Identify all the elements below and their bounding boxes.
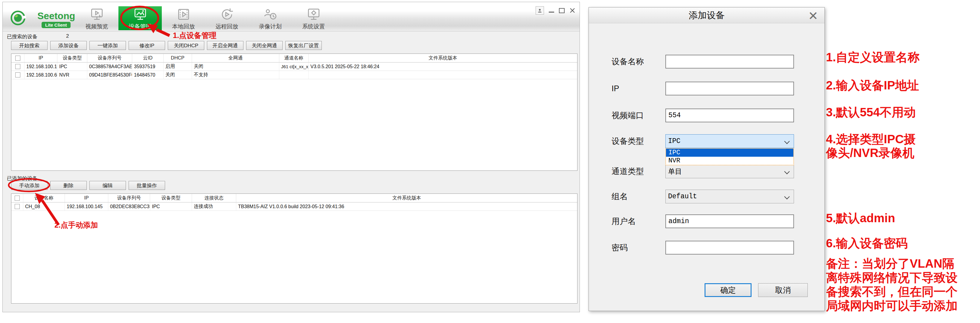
table-row[interactable]: 192.168.100.66 NVR 09D41BFE854530F0 1648… [11, 71, 577, 79]
brand-name: Seetong [37, 11, 75, 22]
add-device-button[interactable]: 添加设备 [50, 41, 87, 50]
minimize-icon[interactable] [549, 12, 554, 13]
col-serial: 设备序列号 [88, 54, 132, 62]
device-type-value: IPC [668, 137, 680, 145]
note-step6: 6.输入设备密码 [826, 236, 980, 250]
group-label: 组名 [612, 189, 628, 204]
annotation-step1: 1.点设备管理 [173, 30, 216, 40]
nav-label: 系统设置 [302, 24, 325, 30]
video-port-label: 视频端口 [612, 108, 644, 123]
table-row[interactable]: 192.168.100.19 IPC 0C388578A4CF3AEE 3593… [11, 62, 577, 71]
delete-button[interactable]: 删除 [50, 181, 87, 190]
col-device-type: 设备类型 [57, 54, 88, 62]
channel-type-value: 单目 [668, 167, 682, 176]
local-playback-icon [176, 7, 191, 22]
note-step4: 4.选择类型IPC摄 像头/NVR录像机 [826, 132, 980, 160]
username-input[interactable] [665, 215, 794, 228]
close-dhcp-button[interactable]: 关闭DHCP [168, 41, 204, 50]
main-window: Seetong Lite Client 视频预览 设备管理 [2, 2, 580, 312]
one-key-add-button[interactable]: 一键添加 [89, 41, 126, 50]
start-search-button[interactable]: 开始搜索 [11, 41, 48, 50]
col-ip: IP [65, 194, 108, 202]
batch-operation-button[interactable]: 批量操作 [129, 181, 165, 190]
nav-device-manage[interactable]: 设备管理 [118, 6, 162, 30]
col-device-type: 设备类型 [150, 194, 192, 202]
searched-devices-count: 2 [66, 33, 69, 39]
col-cloud-id: 云ID [132, 54, 164, 62]
username-label: 用户名 [612, 215, 636, 228]
table-row[interactable]: CH_08 192.168.100.145 0B2DEC83E8CC3590 I… [11, 202, 577, 211]
row-checkbox[interactable] [11, 62, 24, 71]
device-type-combo[interactable]: IPC [665, 134, 794, 148]
col-ip: IP [24, 54, 57, 62]
searched-devices-label: 已搜索的设备 [7, 33, 37, 40]
modify-ip-button[interactable]: 修改IP [129, 41, 165, 50]
maximize-icon[interactable] [559, 8, 565, 13]
device-type-dropdown-list: IPC NVR [665, 148, 794, 165]
search-toolbar: 开始搜索 添加设备 一键添加 修改IP 关闭DHCP 开启全网通 关闭全网通 恢… [11, 41, 322, 50]
factory-reset-button[interactable]: 恢复出厂设置 [285, 41, 322, 50]
add-device-dialog: 添加设备 ✕ 设备名称 IP 视频端口 设备类型 IPC IPC NVR 通道类… [589, 7, 825, 311]
ip-label: IP [612, 82, 619, 95]
window-controls [536, 6, 575, 15]
cancel-button[interactable]: 取消 [758, 283, 808, 297]
row-checkbox[interactable] [11, 71, 24, 79]
col-dhcp: DHCP [164, 54, 192, 62]
disable-p2p-button[interactable]: 关闭全网通 [246, 41, 283, 50]
channel-type-label: 通道类型 [612, 164, 644, 178]
device-name-input[interactable] [665, 55, 794, 68]
ip-input[interactable] [665, 82, 794, 95]
close-icon[interactable] [570, 8, 575, 13]
note-step5: 5.默认admin [826, 211, 980, 225]
device-type-label: 设备类型 [612, 134, 644, 148]
ok-button[interactable]: 确定 [705, 283, 751, 297]
chevron-down-icon [784, 169, 789, 174]
manual-add-button[interactable]: 手动添加 [11, 181, 48, 190]
nav-video-preview[interactable]: 视频预览 [75, 6, 118, 30]
nav-remote-playback[interactable]: 远程回放 [205, 6, 248, 30]
enable-p2p-button[interactable]: 开启全网通 [207, 41, 243, 50]
video-preview-icon [89, 7, 104, 22]
searched-devices-table: IP 设备类型 设备序列号 云ID DHCP 全网通 通道名称 文件系统版本 1… [11, 54, 578, 171]
col-fs-version: 文件系统版本 [236, 194, 577, 202]
table-header-row: IP 设备类型 设备序列号 云ID DHCP 全网通 通道名称 文件系统版本 [11, 54, 577, 62]
dropdown-option-ipc[interactable]: IPC [666, 149, 793, 157]
nav-label: 视频预览 [86, 24, 108, 30]
video-port-input[interactable] [665, 108, 794, 123]
col-p2p: 全网通 [192, 54, 279, 62]
chevron-down-icon [784, 138, 789, 144]
password-input[interactable] [665, 241, 794, 255]
col-fs-version: 文件系统版本 [309, 54, 577, 62]
select-all-checkbox[interactable] [11, 194, 23, 202]
nav-label: 设备管理 [129, 24, 152, 30]
row-checkbox[interactable] [11, 202, 23, 210]
nav-local-playback[interactable]: 本地回放 [162, 6, 205, 30]
channel-type-combo[interactable]: 单目 [665, 164, 794, 178]
col-conn-status: 连接状态 [192, 194, 236, 202]
dialog-close-icon[interactable]: ✕ [807, 9, 820, 22]
titlebar: Seetong Lite Client 视频预览 设备管理 [3, 2, 579, 32]
col-device-name: 设备名称 [23, 194, 65, 202]
note-step3: 3.默认554不用动 [826, 105, 980, 119]
nav-label: 本地回放 [172, 24, 195, 30]
select-all-checkbox[interactable] [11, 54, 24, 62]
added-toolbar: 手动添加 删除 编辑 批量操作 [11, 181, 165, 190]
nav-system-settings[interactable]: 系统设置 [292, 6, 335, 30]
seetong-logo-icon [10, 10, 26, 26]
nav-record-plan[interactable]: 录像计划 [248, 6, 292, 30]
edit-button[interactable]: 编辑 [89, 181, 126, 190]
col-channel-name: 通道名称 [279, 54, 309, 62]
annotation-step2: 2.点手动添加 [54, 220, 98, 230]
dropdown-option-nvr[interactable]: NVR [666, 157, 793, 165]
group-combo[interactable]: Default [665, 189, 794, 204]
nav-label: 远程回放 [216, 24, 239, 30]
col-serial: 设备序列号 [108, 194, 150, 202]
password-label: 密码 [612, 241, 628, 255]
chevron-down-icon [784, 194, 789, 199]
nav-label: 录像计划 [259, 24, 282, 30]
screen: Seetong Lite Client 视频预览 设备管理 [0, 0, 980, 323]
group-value: Default [668, 193, 697, 200]
system-settings-icon [306, 7, 321, 22]
main-nav: 视频预览 设备管理 本地回放 [75, 6, 335, 30]
user-icon[interactable] [536, 6, 544, 15]
